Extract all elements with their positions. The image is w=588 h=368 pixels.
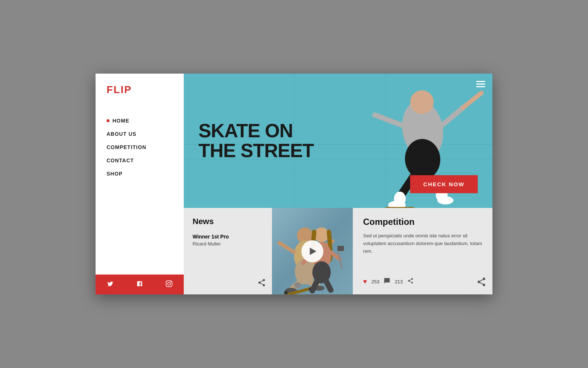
nav-item-about[interactable]: ABOUT US <box>107 127 173 141</box>
nav-label-contact: CONTACT <box>107 158 134 163</box>
nav-list: HOME ABOUT US COMPETITION CONTACT SHOP <box>107 114 173 180</box>
nav-item-competition[interactable]: COMPETITION <box>107 141 173 154</box>
check-now-button[interactable]: CHECK NOW <box>410 175 478 193</box>
bottom-row: News Winner 1st Pro Ricard Muller <box>184 208 492 294</box>
likes-count: 253 <box>372 279 380 284</box>
svg-rect-23 <box>476 86 485 87</box>
news-share-button[interactable] <box>257 278 266 289</box>
competition-description: Sed ut perspiciatis unde omnis iste natu… <box>363 232 482 272</box>
svg-line-43 <box>312 282 317 291</box>
svg-point-17 <box>437 197 453 205</box>
nav-label-home: HOME <box>112 118 129 124</box>
nav-label-competition: COMPETITION <box>107 144 146 150</box>
heart-icon: ♥ <box>363 278 367 286</box>
hero-text-block: SKATE ON THE STREET <box>198 121 314 161</box>
video-play-button[interactable] <box>301 240 323 262</box>
hero-title-line2: THE STREET <box>198 141 314 161</box>
share-icon[interactable] <box>407 277 414 286</box>
social-bar <box>96 275 184 294</box>
competition-footer: ♥ 253 213 <box>363 277 482 286</box>
instagram-icon[interactable] <box>166 280 172 289</box>
svg-point-7 <box>410 91 434 114</box>
sidebar-top: FLIP HOME ABOUT US COMPETITION CONTACT <box>96 74 184 275</box>
nav-label-shop: SHOP <box>107 171 123 177</box>
facebook-icon[interactable] <box>136 280 143 289</box>
news-section-title: News <box>193 217 263 226</box>
svg-rect-21 <box>476 81 485 82</box>
main-layout: FLIP HOME ABOUT US COMPETITION CONTACT <box>96 74 492 294</box>
svg-point-36 <box>284 291 288 294</box>
hamburger-menu[interactable] <box>476 81 485 89</box>
hero-title-line1: SKATE ON <box>198 121 314 141</box>
svg-rect-22 <box>476 84 485 85</box>
competition-share-button[interactable] <box>476 277 487 289</box>
comments-count: 213 <box>395 279 403 284</box>
hero-cta-area: CHECK NOW <box>410 175 478 193</box>
svg-point-38 <box>314 227 329 242</box>
nav-item-shop[interactable]: SHOP <box>107 167 173 180</box>
competition-title: Competition <box>363 217 482 227</box>
hero-title: SKATE ON THE STREET <box>198 121 314 161</box>
news-winner-name: Ricard Muller <box>193 241 263 247</box>
svg-rect-46 <box>337 246 344 251</box>
video-panel[interactable] <box>272 208 353 294</box>
hero-section: SKATE ON THE STREET CHECK NOW <box>184 74 492 208</box>
nav-item-home[interactable]: HOME <box>107 114 173 127</box>
play-triangle-icon <box>310 248 316 255</box>
logo[interactable]: FLIP <box>107 84 173 96</box>
nav-item-contact[interactable]: CONTACT <box>107 154 173 167</box>
twitter-icon[interactable] <box>107 280 114 289</box>
nav-active-dot <box>107 119 110 122</box>
content-area: SKATE ON THE STREET CHECK NOW News Winne… <box>184 74 492 294</box>
comment-icon <box>384 277 390 286</box>
sidebar: FLIP HOME ABOUT US COMPETITION CONTACT <box>96 74 184 294</box>
svg-line-44 <box>326 282 331 290</box>
browser-window: FLIP HOME ABOUT US COMPETITION CONTACT <box>96 74 492 294</box>
competition-panel: Competition Sed ut perspiciatis unde omn… <box>353 208 492 294</box>
nav-label-about: ABOUT US <box>107 131 136 137</box>
news-panel: News Winner 1st Pro Ricard Muller <box>184 208 272 294</box>
news-winner-label: Winner 1st Pro <box>193 234 263 240</box>
